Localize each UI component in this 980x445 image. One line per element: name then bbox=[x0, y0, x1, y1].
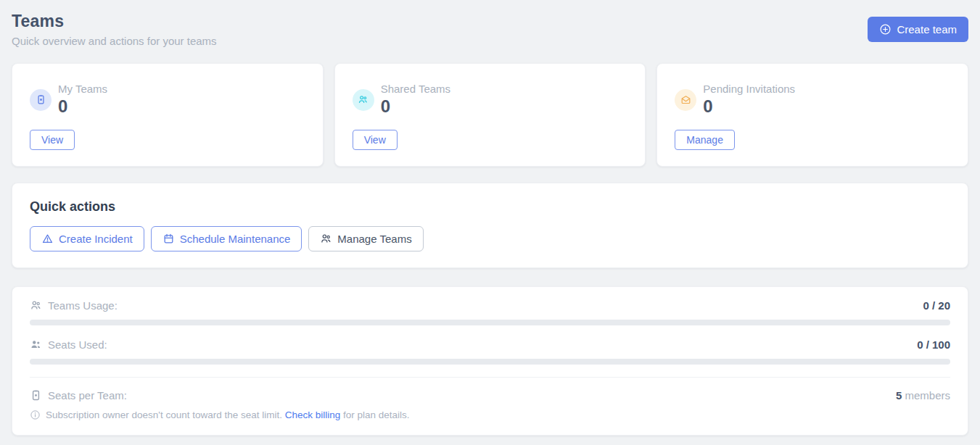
seats-per-team-row: Seats per Team: 5 members bbox=[30, 389, 950, 402]
quick-actions-buttons: Create Incident Schedule Maintenance Man… bbox=[30, 226, 950, 251]
users-icon bbox=[353, 89, 374, 111]
plus-circle-icon bbox=[879, 23, 892, 36]
page-subtitle: Quick overview and actions for your team… bbox=[12, 35, 217, 47]
quick-actions-heading: Quick actions bbox=[30, 199, 950, 215]
mail-open-icon bbox=[675, 89, 696, 111]
card-text: My Teams 0 bbox=[58, 83, 107, 117]
header-text: Teams Quick overview and actions for you… bbox=[12, 12, 217, 47]
card-label: Shared Teams bbox=[381, 83, 450, 95]
calendar-icon bbox=[162, 233, 175, 245]
teams-usage-label: Teams Usage: bbox=[48, 299, 118, 312]
seats-used-row: Seats Used: 0 / 100 bbox=[30, 338, 950, 351]
card-text: Shared Teams 0 bbox=[381, 83, 450, 117]
card-value: 0 bbox=[58, 96, 107, 117]
id-badge-icon bbox=[30, 389, 42, 402]
seats-per-team-value: 5 members bbox=[896, 389, 950, 402]
teams-page: Teams Quick overview and actions for you… bbox=[0, 0, 980, 436]
card-top: My Teams 0 bbox=[30, 83, 305, 117]
seat-limit-note: Subscription owner doesn't count toward … bbox=[30, 409, 950, 420]
users-filled-icon bbox=[30, 338, 42, 351]
card-text: Pending Invitations 0 bbox=[703, 83, 795, 117]
create-incident-label: Create Incident bbox=[59, 233, 133, 245]
seats-per-team-label: Seats per Team: bbox=[48, 389, 127, 402]
seats-per-team-label-group: Seats per Team: bbox=[30, 389, 127, 402]
card-my-teams: My Teams 0 View bbox=[12, 63, 324, 167]
note-text-after: for plan details. bbox=[340, 409, 409, 420]
page-header: Teams Quick overview and actions for you… bbox=[12, 12, 968, 47]
create-incident-button[interactable]: Create Incident bbox=[30, 226, 144, 251]
users-icon bbox=[320, 233, 332, 245]
stats-cards-row: My Teams 0 View Shared Teams 0 View bbox=[12, 63, 968, 167]
check-billing-link[interactable]: Check billing bbox=[285, 409, 341, 420]
quick-actions-panel: Quick actions Create Incident Schedule M… bbox=[12, 183, 968, 268]
seats-used-value: 0 / 100 bbox=[917, 338, 950, 351]
usage-divider bbox=[30, 377, 950, 378]
page-title: Teams bbox=[12, 12, 217, 31]
card-value: 0 bbox=[381, 96, 450, 117]
note-text-before: Subscription owner doesn't count toward … bbox=[46, 409, 285, 420]
card-top: Shared Teams 0 bbox=[353, 83, 628, 117]
seats-per-team-unit: members bbox=[902, 389, 950, 402]
manage-teams-button[interactable]: Manage Teams bbox=[308, 226, 423, 251]
create-team-label: Create team bbox=[897, 23, 957, 36]
manage-teams-label: Manage Teams bbox=[337, 233, 411, 245]
card-pending-invitations: Pending Invitations 0 Manage bbox=[656, 63, 968, 167]
id-badge-icon bbox=[30, 89, 52, 111]
seats-used-label-group: Seats Used: bbox=[30, 338, 107, 351]
view-shared-teams-button[interactable]: View bbox=[353, 130, 398, 150]
schedule-maintenance-button[interactable]: Schedule Maintenance bbox=[151, 226, 302, 251]
schedule-maintenance-label: Schedule Maintenance bbox=[180, 233, 291, 245]
note-text: Subscription owner doesn't count toward … bbox=[46, 409, 410, 420]
teams-usage-value: 0 / 20 bbox=[923, 299, 950, 312]
usage-panel: Teams Usage: 0 / 20 Seats Used: 0 / 100 bbox=[12, 286, 968, 436]
teams-usage-progressbar bbox=[30, 320, 950, 325]
warning-icon bbox=[41, 233, 54, 245]
card-shared-teams: Shared Teams 0 View bbox=[334, 63, 646, 167]
card-label: My Teams bbox=[58, 83, 107, 95]
card-top: Pending Invitations 0 bbox=[675, 83, 950, 117]
info-icon bbox=[30, 409, 41, 420]
teams-usage-label-group: Teams Usage: bbox=[30, 299, 118, 312]
card-label: Pending Invitations bbox=[703, 83, 795, 95]
seats-used-progressbar bbox=[30, 359, 950, 365]
create-team-button[interactable]: Create team bbox=[868, 17, 968, 42]
users-outline-icon bbox=[30, 299, 42, 312]
card-value: 0 bbox=[703, 96, 795, 117]
view-my-teams-button[interactable]: View bbox=[30, 130, 75, 150]
seats-used-label: Seats Used: bbox=[48, 338, 107, 351]
manage-invitations-button[interactable]: Manage bbox=[675, 130, 735, 150]
teams-usage-row: Teams Usage: 0 / 20 bbox=[30, 299, 950, 312]
